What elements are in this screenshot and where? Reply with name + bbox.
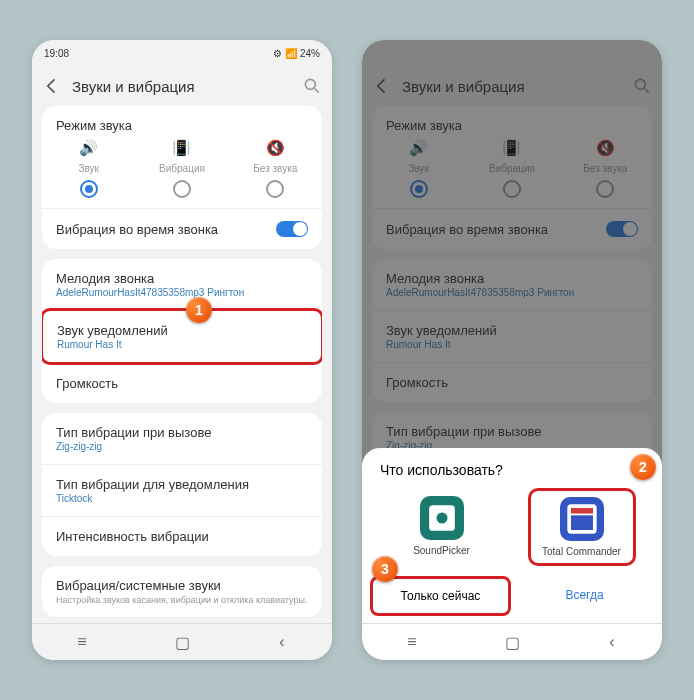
svg-rect-5 — [571, 508, 593, 514]
vibrate-ringing-toggle[interactable] — [276, 221, 308, 237]
system-card: Вибрация/системные звуки Настройка звуко… — [42, 566, 322, 617]
search-icon[interactable] — [302, 76, 322, 96]
wifi-icon: ⚙ — [273, 48, 282, 59]
mute-icon: 🔇 — [266, 139, 285, 157]
choice-just-once[interactable]: Только сейчас — [370, 576, 511, 616]
radio-vibrate[interactable] — [173, 180, 191, 198]
vibrate-ringing-row[interactable]: Вибрация во время звонка — [42, 208, 322, 249]
nav-recent[interactable]: ≡ — [402, 632, 422, 652]
nav-back[interactable]: ‹ — [272, 632, 292, 652]
mode-mute[interactable]: 🔇 Без звука — [235, 139, 315, 198]
status-bar: 19:08 ⚙ 📶 24% — [32, 40, 332, 66]
vib-call-row[interactable]: Тип вибрации при вызове Zig-zig-zig — [42, 413, 322, 464]
app-soundpicker[interactable]: SoundPicker — [391, 490, 493, 564]
system-row[interactable]: Вибрация/системные звуки Настройка звуко… — [42, 566, 322, 617]
battery-label: 24% — [300, 48, 320, 59]
navbar: ≡ ▢ ‹ — [32, 623, 332, 660]
signal-icon: 📶 — [285, 48, 297, 59]
badge-3: 3 — [372, 556, 398, 582]
radio-mute[interactable] — [266, 180, 284, 198]
svg-rect-6 — [571, 515, 593, 530]
mode-vibrate[interactable]: 📳 Вибрация — [142, 139, 222, 198]
page-title: Звуки и вибрация — [72, 78, 292, 95]
svg-point-0 — [305, 79, 315, 89]
mode-sound[interactable]: 🔊 Звук — [49, 139, 129, 198]
status-time: 19:08 — [44, 48, 69, 59]
choice-always[interactable]: Всегда — [517, 578, 652, 614]
nav-recent[interactable]: ≡ — [72, 632, 92, 652]
vib-intensity-row[interactable]: Интенсивность вибрации — [42, 516, 322, 556]
ringtone-row[interactable]: Мелодия звонка AdeleRumourHasIt47835358m… — [42, 259, 322, 310]
sounds-card: Мелодия звонка AdeleRumourHasIt47835358m… — [42, 259, 322, 403]
radio-sound[interactable] — [80, 180, 98, 198]
soundpicker-icon — [420, 496, 464, 540]
volume-row[interactable]: Громкость — [42, 363, 322, 403]
nav-home[interactable]: ▢ — [172, 632, 192, 652]
badge-1: 1 — [186, 297, 212, 323]
navbar: ≡ ▢ ‹ — [362, 623, 662, 660]
nav-home[interactable]: ▢ — [502, 632, 522, 652]
phone-right: Звуки и вибрация Режим звука 🔊 Звук 📳 Ви… — [362, 40, 662, 660]
nav-back[interactable]: ‹ — [602, 632, 622, 652]
vibration-card: Тип вибрации при вызове Zig-zig-zig Тип … — [42, 413, 322, 556]
back-button[interactable] — [42, 76, 62, 96]
svg-point-3 — [436, 513, 447, 524]
badge-2: 2 — [630, 454, 656, 480]
phone-left: 19:08 ⚙ 📶 24% Звуки и вибрация Режим зву… — [32, 40, 332, 660]
sound-mode-card: Режим звука 🔊 Звук 📳 Вибрация 🔇 Без звук… — [42, 106, 322, 249]
header: Звуки и вибрация — [32, 66, 332, 106]
sound-icon: 🔊 — [79, 139, 98, 157]
app-total-commander[interactable]: Total Commander — [528, 488, 636, 566]
app-chooser-sheet: Что использовать? SoundPicker Total Comm… — [362, 448, 662, 624]
sound-mode-title: Режим звука — [42, 106, 322, 139]
vib-notif-row[interactable]: Тип вибрации для уведомления Ticktock — [42, 464, 322, 516]
vibrate-icon: 📳 — [172, 139, 191, 157]
notification-sound-row[interactable]: Звук уведомлений Rumour Has It — [42, 308, 322, 365]
total-commander-icon — [560, 497, 604, 541]
chooser-title: Что использовать? — [372, 462, 652, 478]
